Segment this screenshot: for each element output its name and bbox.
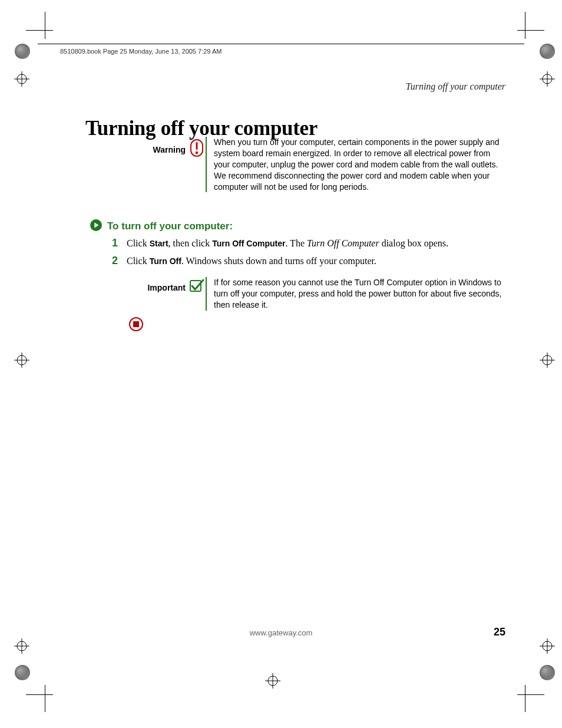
registration-mark-icon xyxy=(14,71,29,87)
registration-mark-icon xyxy=(540,71,555,87)
registration-mark-icon xyxy=(14,638,29,654)
step-body: Click Turn Off. Windows shuts down and t… xyxy=(127,254,376,268)
important-callout: Important If for some reason you cannot … xyxy=(118,277,507,311)
svg-rect-28 xyxy=(133,321,139,327)
registration-mark-icon xyxy=(14,353,29,368)
crop-line xyxy=(517,694,544,695)
section-header: To turn off your computer: xyxy=(90,219,233,234)
registration-mark-icon xyxy=(540,353,555,368)
step-row: 2 Click Turn Off. Windows shuts down and… xyxy=(112,254,495,268)
svg-rect-22 xyxy=(196,142,198,150)
important-label: Important xyxy=(118,277,188,292)
play-icon xyxy=(90,219,103,234)
registration-mark-icon xyxy=(265,673,280,689)
warning-callout: Warning When you turn off your computer,… xyxy=(118,137,507,192)
warning-label: Warning xyxy=(118,137,188,154)
checkmark-icon xyxy=(188,277,206,295)
printer-mark-icon xyxy=(540,44,555,59)
step-body: Click Start, then click Turn Off Compute… xyxy=(127,236,448,251)
warning-text: When you turn off your computer, certain… xyxy=(206,137,507,192)
registration-mark-icon xyxy=(540,638,555,654)
printer-mark-icon xyxy=(540,665,555,680)
warning-icon xyxy=(188,137,206,159)
crop-line xyxy=(45,12,45,39)
crop-line xyxy=(26,30,53,31)
step-number: 1 xyxy=(112,237,127,249)
running-head: Turning off your computer xyxy=(406,81,505,92)
steps-list: 1 Click Start, then click Turn Off Compu… xyxy=(112,233,495,268)
step-number: 2 xyxy=(112,255,127,267)
crop-line xyxy=(525,12,525,39)
crop-line xyxy=(26,694,53,695)
step-row: 1 Click Start, then click Turn Off Compu… xyxy=(112,236,495,251)
svg-point-23 xyxy=(196,151,199,154)
header-rule xyxy=(38,44,524,44)
printer-mark-icon xyxy=(15,44,30,59)
stop-icon xyxy=(129,317,143,334)
crop-line xyxy=(45,685,45,712)
header-meta: 8510809.book Page 25 Monday, June 13, 20… xyxy=(60,48,222,55)
important-text: If for some reason you cannot use the Tu… xyxy=(206,277,507,311)
crop-line xyxy=(517,30,544,31)
footer-url: www.gateway.com xyxy=(0,628,562,637)
printer-mark-icon xyxy=(15,665,30,680)
crop-line xyxy=(525,685,525,712)
section-title: To turn off your computer: xyxy=(107,220,233,232)
page-number: 25 xyxy=(494,626,505,638)
